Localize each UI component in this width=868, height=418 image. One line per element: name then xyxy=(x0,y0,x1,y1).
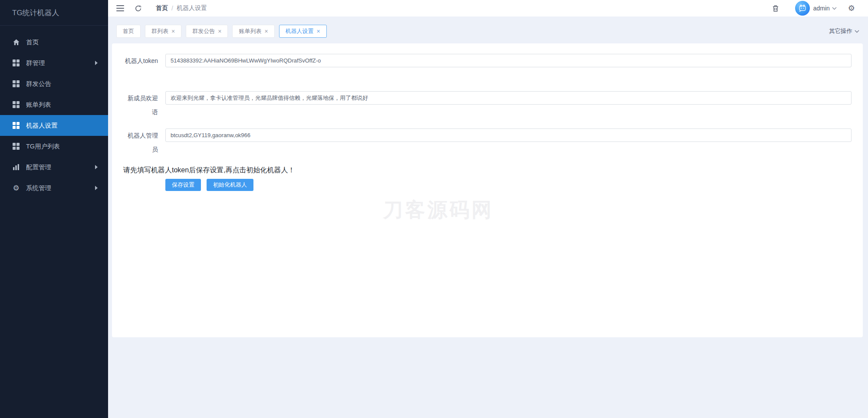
top-header: 首页 / 机器人设置 admin ⚙ xyxy=(108,0,868,16)
grid-icon xyxy=(12,80,20,88)
sidebar-item-robot-settings[interactable]: 机器人设置 xyxy=(0,115,108,136)
breadcrumb-separator: / xyxy=(171,5,173,12)
home-icon xyxy=(12,38,20,46)
more-actions-dropdown[interactable]: 其它操作 xyxy=(829,27,859,35)
sidebar-item-label: 群发公告 xyxy=(26,80,51,88)
settings-panel: 机器人token 新成员欢迎语 机器人管理员 请先填写机器人token后保存设置… xyxy=(112,43,863,337)
tab-label: 账单列表 xyxy=(239,25,261,37)
close-icon[interactable]: × xyxy=(171,28,175,34)
content-area: 首页 群列表 × 群发公告 × 账单列表 × 机器人设置 × 其它操作 机器人t… xyxy=(108,16,868,418)
sidebar-item-tg-users[interactable]: TG用户列表 xyxy=(0,136,108,157)
form-row-admins: 机器人管理员 xyxy=(123,128,852,156)
close-icon[interactable]: × xyxy=(218,28,221,34)
sidebar-item-system-manage[interactable]: ⚙ 系统管理 xyxy=(0,178,108,198)
robot-avatar[interactable] xyxy=(795,1,810,16)
grid-icon xyxy=(12,142,20,150)
chevron-down-icon xyxy=(855,30,859,33)
tab-home[interactable]: 首页 xyxy=(116,25,141,38)
sidebar-item-home[interactable]: 首页 xyxy=(0,32,108,53)
chevron-right-icon xyxy=(95,61,98,65)
sidebar-item-label: 配置管理 xyxy=(26,163,51,171)
sidebar-item-broadcast[interactable]: 群发公告 xyxy=(0,73,108,94)
welcome-message-label: 新成员欢迎语 xyxy=(123,91,158,119)
action-buttons: 保存设置 初始化机器人 xyxy=(165,179,852,191)
grid-icon xyxy=(12,122,20,129)
tab-group-list[interactable]: 群列表 × xyxy=(145,25,181,38)
chart-icon xyxy=(12,163,20,171)
sidebar-item-label: TG用户列表 xyxy=(26,142,60,151)
tab-bar: 首页 群列表 × 群发公告 × 账单列表 × 机器人设置 × 其它操作 xyxy=(116,25,859,38)
close-icon[interactable]: × xyxy=(317,28,320,34)
breadcrumb-current: 机器人设置 xyxy=(177,4,207,12)
sidebar-item-label: 群管理 xyxy=(26,59,45,67)
robot-admins-input[interactable] xyxy=(165,128,852,142)
robot-token-input[interactable] xyxy=(165,54,852,67)
sidebar-item-bills[interactable]: 账单列表 xyxy=(0,94,108,115)
tab-label: 群列表 xyxy=(151,25,168,37)
sidebar-menu: 首页 群管理 群发公告 账单列表 机器人设置 xyxy=(0,26,108,198)
sidebar-item-group-manage[interactable]: 群管理 xyxy=(0,53,108,73)
gear-icon[interactable]: ⚙ xyxy=(848,3,855,13)
tab-label: 首页 xyxy=(123,25,134,37)
init-robot-button[interactable]: 初始化机器人 xyxy=(207,179,253,191)
menu-icon[interactable] xyxy=(115,3,126,14)
sidebar: TG统计机器人 首页 群管理 群发公告 账单列表 xyxy=(0,0,108,418)
refresh-icon[interactable] xyxy=(132,3,144,14)
close-icon[interactable]: × xyxy=(264,28,268,34)
gear-icon: ⚙ xyxy=(12,184,20,192)
header-right: admin ⚙ xyxy=(770,1,868,16)
sidebar-item-label: 系统管理 xyxy=(26,184,51,192)
tab-broadcast[interactable]: 群发公告 × xyxy=(186,25,228,38)
tab-label: 群发公告 xyxy=(192,25,215,37)
grid-icon xyxy=(12,59,20,67)
more-actions-label: 其它操作 xyxy=(829,27,852,35)
sidebar-item-config-manage[interactable]: 配置管理 xyxy=(0,157,108,178)
grid-icon xyxy=(12,101,20,109)
chevron-down-icon[interactable] xyxy=(832,7,837,10)
form-row-token: 机器人token xyxy=(123,54,852,82)
sidebar-item-label: 账单列表 xyxy=(26,101,51,109)
tab-label: 机器人设置 xyxy=(286,25,314,37)
robot-admins-label: 机器人管理员 xyxy=(123,128,158,156)
sidebar-item-label: 机器人设置 xyxy=(26,122,58,130)
breadcrumb: 首页 / 机器人设置 xyxy=(156,4,207,12)
setup-hint-text: 请先填写机器人token后保存设置,再点击初始化机器人！ xyxy=(123,166,852,175)
breadcrumb-home[interactable]: 首页 xyxy=(156,4,168,12)
welcome-message-input[interactable] xyxy=(165,91,852,105)
app-title: TG统计机器人 xyxy=(0,0,108,26)
tab-bills[interactable]: 账单列表 × xyxy=(232,25,274,38)
robot-token-label: 机器人token xyxy=(123,54,158,82)
form-row-welcome: 新成员欢迎语 xyxy=(123,91,852,119)
save-settings-button[interactable]: 保存设置 xyxy=(165,179,201,191)
chevron-right-icon xyxy=(95,165,98,169)
tab-robot-settings[interactable]: 机器人设置 × xyxy=(279,25,327,38)
chevron-right-icon xyxy=(95,186,98,190)
sidebar-item-label: 首页 xyxy=(26,38,39,46)
username[interactable]: admin xyxy=(813,5,830,12)
trash-icon[interactable] xyxy=(770,3,781,14)
